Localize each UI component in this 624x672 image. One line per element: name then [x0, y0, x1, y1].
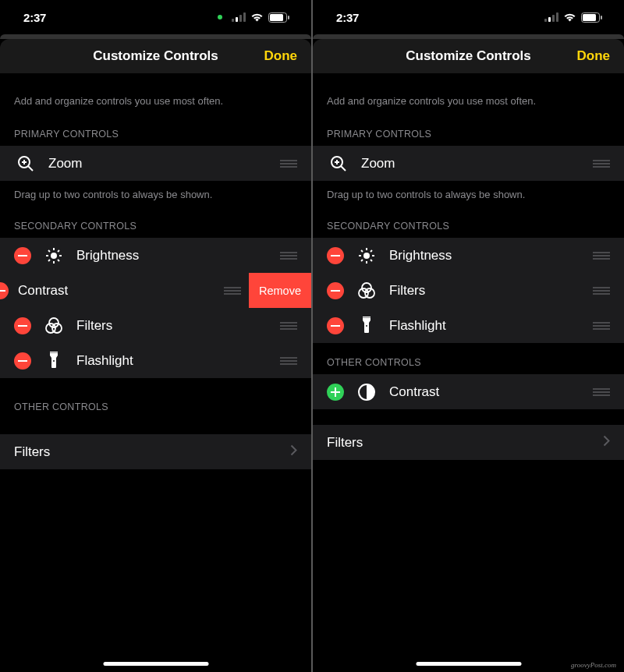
drag-handle-icon[interactable]: [280, 160, 297, 168]
svg-rect-5: [270, 14, 283, 21]
control-label: Brightness: [389, 248, 585, 263]
svg-point-15: [51, 253, 57, 259]
svg-line-51: [341, 166, 346, 171]
drag-handle-icon[interactable]: [280, 252, 297, 260]
wifi-icon: [250, 12, 264, 22]
status-time: 2:37: [336, 11, 359, 24]
sheet-header: Customize Controls Done: [0, 39, 311, 73]
svg-rect-0: [232, 19, 234, 22]
contrast-icon: [355, 380, 378, 404]
remove-action-button[interactable]: Remove: [249, 273, 311, 308]
primary-footer-text: Drag up to two controls to always be sho…: [0, 181, 311, 207]
wifi-icon: [563, 12, 576, 22]
control-label: Zoom: [361, 156, 585, 172]
svg-rect-44: [548, 17, 551, 22]
svg-line-65: [361, 260, 363, 261]
svg-rect-45: [552, 15, 555, 22]
svg-rect-46: [556, 12, 558, 22]
filters-link[interactable]: Filters: [0, 434, 311, 469]
svg-line-20: [48, 250, 50, 252]
svg-point-34: [52, 324, 62, 333]
control-row-filters[interactable]: Filters: [313, 273, 624, 308]
battery-icon: [581, 12, 602, 23]
battery-icon: [268, 12, 289, 23]
other-controls-header: OTHER CONTROLS: [0, 378, 311, 419]
svg-point-73: [365, 288, 374, 298]
done-button[interactable]: Done: [577, 48, 611, 64]
remove-button[interactable]: [327, 317, 344, 334]
control-label: Brightness: [76, 248, 272, 263]
control-label: Zoom: [48, 156, 272, 172]
remove-button[interactable]: [14, 352, 31, 370]
svg-rect-78: [363, 317, 370, 318]
control-label: Filters: [76, 318, 272, 334]
page-title: Customize Controls: [14, 48, 297, 64]
control-label: Flashlight: [76, 353, 272, 369]
remove-button[interactable]: [14, 247, 31, 264]
drag-handle-icon[interactable]: [280, 322, 297, 330]
chevron-right-icon: [290, 444, 297, 460]
remove-button[interactable]: [327, 247, 344, 264]
status-bar: 2:37: [0, 0, 311, 34]
control-row-zoom[interactable]: Zoom: [0, 146, 311, 181]
filters-link-label: Filters: [14, 444, 290, 460]
svg-line-21: [58, 260, 59, 261]
control-label: Contrast: [18, 283, 216, 299]
status-icons: [218, 12, 289, 23]
secondary-controls-header: SECONDARY CONTROLS: [0, 207, 311, 238]
home-indicator[interactable]: [416, 662, 521, 666]
flashlight-icon: [42, 349, 66, 373]
content-area: Add and organize controls you use most o…: [0, 73, 311, 672]
cellular-icon: [232, 12, 246, 22]
control-row-zoom[interactable]: Zoom: [313, 146, 624, 181]
drag-handle-icon[interactable]: [593, 322, 610, 330]
remove-button[interactable]: [0, 282, 9, 299]
control-row-flashlight[interactable]: Flashlight: [0, 343, 311, 378]
drag-handle-icon[interactable]: [593, 287, 610, 295]
brightness-icon: [355, 244, 378, 267]
svg-rect-1: [236, 17, 238, 22]
status-icons: [544, 12, 602, 23]
description-text: Add and organize controls you use most o…: [313, 73, 624, 115]
svg-rect-43: [544, 19, 547, 22]
svg-rect-39: [50, 352, 58, 353]
add-button[interactable]: [327, 384, 344, 401]
home-indicator[interactable]: [103, 662, 208, 666]
svg-rect-6: [288, 16, 289, 19]
control-row-flashlight[interactable]: Flashlight: [313, 308, 624, 343]
primary-controls-header: PRIMARY CONTROLS: [313, 115, 624, 146]
svg-line-22: [48, 260, 50, 261]
svg-rect-3: [243, 12, 246, 22]
svg-line-64: [370, 260, 372, 261]
drag-handle-icon[interactable]: [593, 252, 610, 260]
done-button[interactable]: Done: [264, 48, 298, 64]
status-bar: 2:37: [313, 0, 624, 34]
drag-handle-icon[interactable]: [224, 287, 241, 295]
recording-dot-icon: [218, 15, 222, 19]
control-row-contrast[interactable]: Contrast: [313, 374, 624, 409]
filters-link[interactable]: Filters: [313, 425, 624, 460]
svg-rect-49: [601, 16, 602, 19]
chevron-right-icon: [603, 435, 610, 451]
control-row-brightness[interactable]: Brightness: [0, 238, 311, 273]
control-row-brightness[interactable]: Brightness: [313, 238, 624, 273]
remove-button[interactable]: [327, 282, 344, 299]
page-title: Customize Controls: [327, 48, 610, 64]
status-time: 2:37: [23, 11, 46, 24]
primary-footer-text: Drag up to two controls to always be sho…: [313, 181, 624, 207]
drag-handle-icon[interactable]: [280, 357, 297, 365]
svg-line-66: [370, 250, 372, 252]
drag-handle-icon[interactable]: [593, 160, 610, 168]
right-phone: 2:37 Customize Controls Done Add and org…: [313, 0, 624, 672]
control-row-filters[interactable]: Filters: [0, 308, 311, 343]
control-label: Contrast: [389, 384, 585, 400]
control-row-contrast-swiped[interactable]: Contrast Remove: [0, 273, 311, 308]
drag-handle-icon[interactable]: [593, 388, 610, 396]
remove-button[interactable]: [14, 317, 31, 334]
control-label: Filters: [389, 283, 585, 299]
sheet-header: Customize Controls Done: [313, 39, 624, 73]
zoom-icon: [14, 152, 37, 175]
svg-line-8: [28, 166, 33, 171]
filters-link-label: Filters: [327, 435, 603, 451]
svg-point-71: [362, 283, 371, 292]
